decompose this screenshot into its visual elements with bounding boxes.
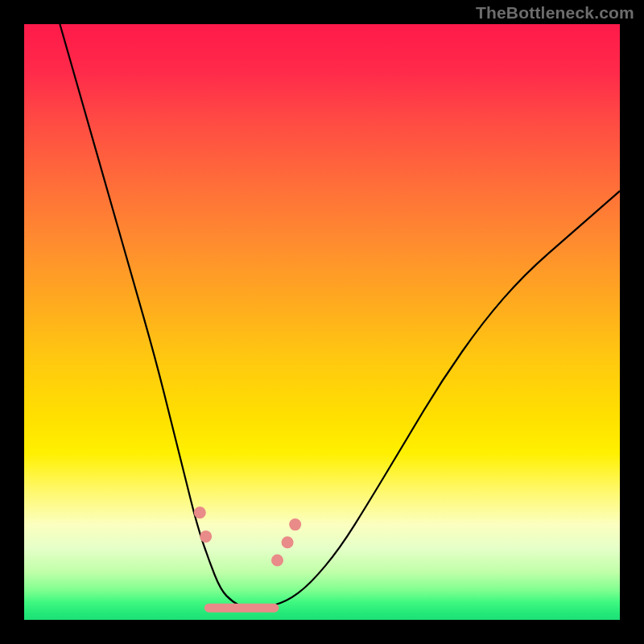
chart-frame: TheBottleneck.com	[0, 0, 644, 644]
marker-point-3	[282, 536, 294, 548]
markers-group	[194, 506, 301, 566]
plot-area	[24, 24, 620, 620]
marker-point-1	[200, 530, 212, 543]
curve-layer	[24, 24, 620, 620]
bottleneck-curve	[60, 24, 620, 608]
watermark-text: TheBottleneck.com	[476, 3, 634, 23]
marker-point-4	[289, 518, 301, 530]
marker-point-0	[194, 506, 206, 518]
marker-point-2	[271, 555, 283, 567]
